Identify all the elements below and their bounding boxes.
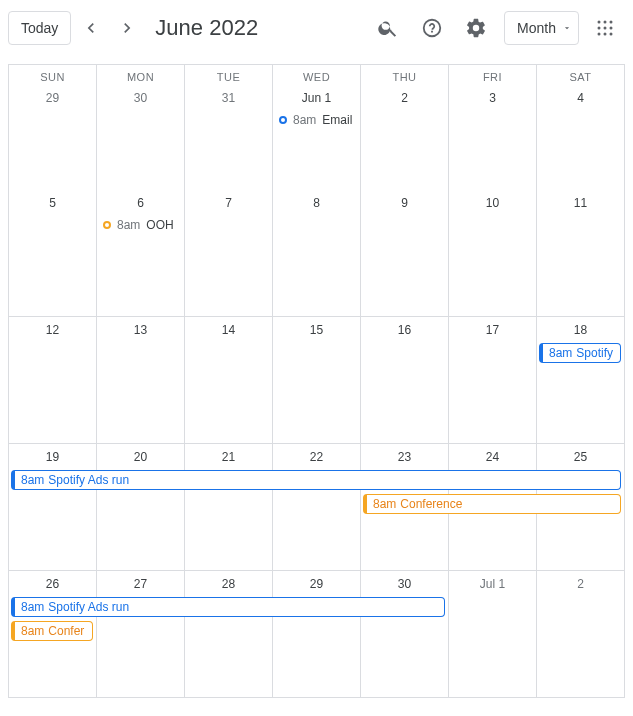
day-cell[interactable]: 8 [273,190,361,317]
event-time: 8am [373,497,396,511]
day-number: 28 [185,573,272,597]
calendar-grid: SUNMONTUEWEDTHUFRISAT293031Jun 18amEmail… [8,64,625,698]
event-time: 8am [293,113,316,127]
event-label: Confer [48,624,84,638]
event-label: Conference [400,497,462,511]
day-number: 2 [361,87,448,111]
day-cell[interactable]: 10 [449,190,537,317]
help-button[interactable] [412,8,452,48]
event-time: 8am [21,473,44,487]
day-number: 5 [9,192,96,216]
event-bar[interactable]: 8amConference [363,494,621,514]
day-number: 29 [273,573,360,597]
day-cell[interactable]: 7 [185,190,273,317]
day-cell[interactable]: 16 [361,317,449,444]
day-cell[interactable]: 30 [97,85,185,190]
day-number: 9 [361,192,448,216]
day-cell[interactable]: 5 [9,190,97,317]
day-cell[interactable]: 30 [361,571,449,698]
day-number: 12 [9,319,96,343]
day-cell[interactable]: 2 [361,85,449,190]
day-number: 23 [361,446,448,470]
event-bar[interactable]: 8amConfer [11,621,93,641]
svg-point-8 [610,33,613,36]
day-cell[interactable]: 12 [9,317,97,444]
day-cell[interactable]: 15 [273,317,361,444]
day-header: MON [97,65,185,85]
view-selector-label: Month [517,20,556,36]
day-cell[interactable]: Jun 18amEmail [273,85,361,190]
caret-down-icon [562,23,572,33]
help-icon [421,17,443,39]
day-number: 14 [185,319,272,343]
event-dot[interactable]: 8amEmail [273,111,360,129]
day-number: 29 [9,87,96,111]
search-button[interactable] [368,8,408,48]
next-button[interactable] [111,12,143,44]
event-dot[interactable]: 8amOOH [97,216,184,234]
view-selector[interactable]: Month [504,11,579,45]
day-cell[interactable]: 11 [537,190,625,317]
day-number: 16 [361,319,448,343]
day-cell[interactable]: 14 [185,317,273,444]
svg-point-5 [610,27,613,30]
day-cell[interactable]: 17 [449,317,537,444]
today-button[interactable]: Today [8,11,71,45]
event-label: OOH [146,218,173,232]
day-cell[interactable]: 278amEmai [97,571,185,698]
day-header: FRI [449,65,537,85]
day-cell[interactable]: 19 [9,444,97,571]
day-cell[interactable]: 13 [97,317,185,444]
prev-button[interactable] [75,12,107,44]
day-cell[interactable]: 9 [361,190,449,317]
svg-point-7 [604,33,607,36]
day-number: 24 [449,446,536,470]
day-cell[interactable]: 31 [185,85,273,190]
day-number: 2 [537,573,624,597]
day-cell[interactable]: 4 [537,85,625,190]
day-cell[interactable]: Jul 1 [449,571,537,698]
svg-point-2 [610,21,613,24]
settings-button[interactable] [456,8,496,48]
day-number: 25 [537,446,624,470]
day-number: 21 [185,446,272,470]
day-number: 30 [361,573,448,597]
day-number: 6 [97,192,184,216]
event-color-dot-icon [103,221,111,229]
event-time: 8am [21,624,44,638]
day-cell[interactable]: 29 [273,571,361,698]
day-cell[interactable]: 2 [537,571,625,698]
day-cell[interactable]: 20 [97,444,185,571]
gear-icon [465,17,487,39]
calendar-header: Today June 2022 Month [0,0,633,56]
day-cell[interactable]: 68amOOH [97,190,185,317]
day-number: 27 [97,573,184,597]
event-time: 8am [21,600,44,614]
day-header: THU [361,65,449,85]
day-cell[interactable]: 3 [449,85,537,190]
day-number: Jul 1 [449,573,536,597]
day-number: 20 [97,446,184,470]
day-number: 30 [97,87,184,111]
day-cell[interactable]: 21 [185,444,273,571]
event-bar[interactable]: 8amSpotify [539,343,621,363]
day-header: TUE [185,65,273,85]
day-cell[interactable]: 18 [537,317,625,444]
event-bar[interactable]: 8amSpotify Ads run [11,470,621,490]
day-number: Jun 1 [273,87,360,111]
day-header: SAT [537,65,625,85]
day-cell[interactable]: 29 [9,85,97,190]
event-bar[interactable]: 8amSpotify Ads run [11,597,445,617]
day-number: 26 [9,573,96,597]
apps-button[interactable] [585,8,625,48]
day-number: 13 [97,319,184,343]
event-label: Email [322,113,352,127]
day-cell[interactable]: 28 [185,571,273,698]
svg-point-3 [598,27,601,30]
day-number: 19 [9,446,96,470]
day-number: 10 [449,192,536,216]
day-header: SUN [9,65,97,85]
day-cell[interactable]: 22 [273,444,361,571]
event-time: 8am [117,218,140,232]
svg-point-0 [598,21,601,24]
